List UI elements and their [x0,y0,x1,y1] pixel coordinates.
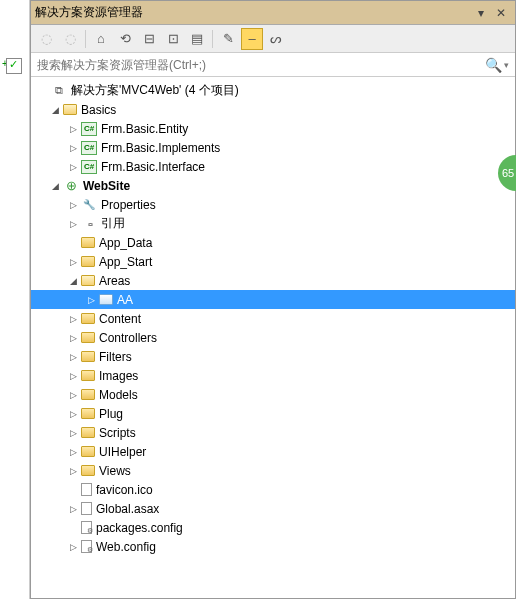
folder-icon [81,332,95,343]
folder-icon [81,408,95,419]
arrow-collapsed-icon[interactable]: ▷ [67,503,79,515]
arrow-collapsed-icon[interactable]: ▷ [67,313,79,325]
search-input[interactable] [37,58,485,72]
node-label: Frm.Basic.Entity [101,122,188,136]
sync-icon[interactable]: ⟲ [114,28,136,50]
folder-icon [99,294,113,305]
node-label: Properties [101,198,156,212]
arrow-collapsed-icon[interactable]: ▷ [85,294,97,306]
folder-areas[interactable]: ◢ Areas [31,271,515,290]
solution-icon [51,84,67,98]
project-node[interactable]: ▷ Frm.Basic.Interface [31,157,515,176]
panel-title: 解决方案资源管理器 [35,4,471,21]
arrow-collapsed-icon[interactable]: ▷ [67,123,79,135]
arrow-collapsed-icon[interactable]: ▷ [67,465,79,477]
folder-node[interactable]: ▷Plug [31,404,515,423]
file-node[interactable]: ▷ favicon.ico [31,480,515,499]
folder-open-icon [81,275,95,286]
folder-aa-selected[interactable]: ▷ AA [31,290,515,309]
file-icon [81,483,92,496]
node-label: 引用 [101,215,125,232]
show-all-icon[interactable]: ⊡ [162,28,184,50]
home-icon[interactable]: ⌂ [90,28,112,50]
arrow-collapsed-icon[interactable]: ▷ [67,161,79,173]
folder-node[interactable]: ▷ App_Data [31,233,515,252]
node-label: packages.config [96,521,183,535]
folder-basics[interactable]: ◢ Basics [31,100,515,119]
web-project-icon [63,179,79,193]
arrow-collapsed-icon[interactable]: ▷ [67,199,79,211]
preview-icon[interactable]: ✎ [217,28,239,50]
node-label: Views [99,464,131,478]
folder-node[interactable]: ▷Models [31,385,515,404]
properties-icon[interactable]: ▤ [186,28,208,50]
arrow-collapsed-icon[interactable]: ▷ [67,408,79,420]
file-node[interactable]: ▷ packages.config [31,518,515,537]
folder-node[interactable]: ▷UIHelper [31,442,515,461]
folder-icon [81,465,95,476]
arrow-collapsed-icon[interactable]: ▷ [67,389,79,401]
arrow-collapsed-icon[interactable]: ▷ [67,427,79,439]
arrow-collapsed-icon[interactable]: ▷ [67,256,79,268]
arrow-collapsed-icon[interactable]: ▷ [67,370,79,382]
arrow-expanded-icon[interactable]: ◢ [49,180,61,192]
search-dropdown-icon[interactable]: ▾ [504,60,509,70]
references-icon [81,217,97,231]
folder-node[interactable]: ▷Images [31,366,515,385]
node-label: Plug [99,407,123,421]
arrow-collapsed-icon[interactable]: ▷ [67,446,79,458]
config-icon [81,540,92,553]
node-label: App_Start [99,255,152,269]
solution-explorer-panel: 解决方案资源管理器 ▾ ✕ ◌ ◌ ⌂ ⟲ ⊟ ⊡ ▤ ✎ – ᔕ 🔍 ▾ ▶ … [30,0,516,599]
node-label: Controllers [99,331,157,345]
tree-view[interactable]: ▶ 解决方案'MVC4Web' (4 个项目) ◢ Basics ▷ Frm.B… [31,77,515,598]
folder-icon [81,427,95,438]
node-label: UIHelper [99,445,146,459]
node-label: favicon.ico [96,483,153,497]
arrow-expanded-icon[interactable]: ◢ [49,104,61,116]
properties-node[interactable]: ▷ Properties [31,195,515,214]
arrow-collapsed-icon[interactable]: ▷ [67,218,79,230]
folder-icon [81,370,95,381]
csharp-icon [81,122,97,136]
node-label: WebSite [83,179,130,193]
folder-icon [81,446,95,457]
project-website[interactable]: ◢ WebSite [31,176,515,195]
collapse-icon[interactable]: ⊟ [138,28,160,50]
node-label: Filters [99,350,132,364]
highlight-toggle[interactable]: – [241,28,263,50]
arrow-collapsed-icon[interactable]: ▷ [67,332,79,344]
file-node[interactable]: ▷ Global.asax [31,499,515,518]
arrow-collapsed-icon[interactable]: ▷ [67,541,79,553]
references-node[interactable]: ▷ 引用 [31,214,515,233]
toolbar: ◌ ◌ ⌂ ⟲ ⊟ ⊡ ▤ ✎ – ᔕ [31,25,515,53]
solution-node[interactable]: ▶ 解决方案'MVC4Web' (4 个项目) [31,81,515,100]
folder-icon [81,389,95,400]
view-icon[interactable]: ᔕ [265,28,287,50]
status-badge [6,58,22,74]
folder-node[interactable]: ▷Content [31,309,515,328]
node-label: Images [99,369,138,383]
back-icon[interactable]: ◌ [35,28,57,50]
folder-node[interactable]: ▷Filters [31,347,515,366]
folder-node[interactable]: ▷ App_Start [31,252,515,271]
dropdown-icon[interactable]: ▾ [471,4,491,22]
close-icon[interactable]: ✕ [491,4,511,22]
folder-open-icon [63,104,77,115]
arrow-collapsed-icon[interactable]: ▷ [67,351,79,363]
project-node[interactable]: ▷ Frm.Basic.Entity [31,119,515,138]
project-node[interactable]: ▷ Frm.Basic.Implements [31,138,515,157]
separator [212,30,213,48]
search-icon[interactable]: 🔍 [485,57,502,73]
arrow-collapsed-icon[interactable]: ▷ [67,142,79,154]
node-label: Areas [99,274,130,288]
file-node[interactable]: ▷ Web.config [31,537,515,556]
node-label: Content [99,312,141,326]
forward-icon[interactable]: ◌ [59,28,81,50]
wrench-icon [81,198,97,212]
folder-icon [81,237,95,248]
folder-node[interactable]: ▷Views [31,461,515,480]
folder-node[interactable]: ▷Controllers [31,328,515,347]
arrow-expanded-icon[interactable]: ◢ [67,275,79,287]
folder-node[interactable]: ▷Scripts [31,423,515,442]
